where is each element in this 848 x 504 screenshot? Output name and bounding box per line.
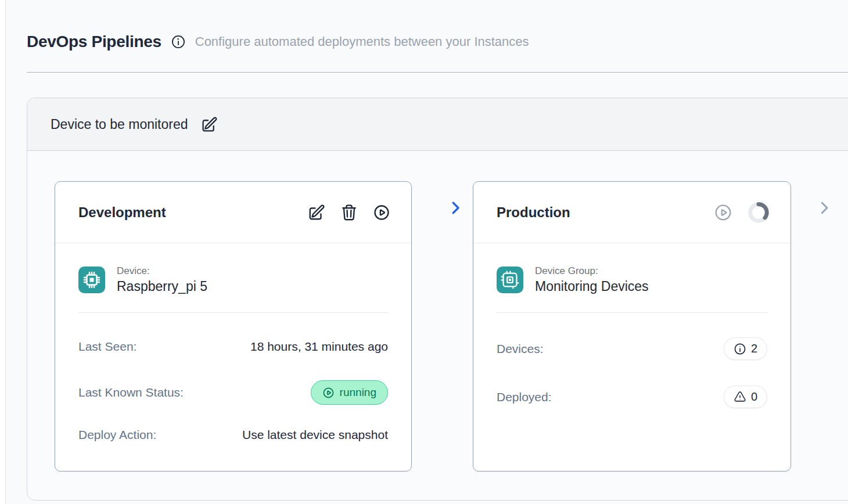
edit-square-icon[interactable] bbox=[201, 116, 218, 133]
main-content: DevOps Pipelines Configure automated dep… bbox=[5, 0, 848, 504]
status-badge-text: running bbox=[340, 386, 376, 399]
play-circle-icon[interactable] bbox=[373, 204, 390, 221]
device-row: Device: Raspberry_pi 5 bbox=[78, 267, 388, 293]
deployed-row: Deployed: 0 bbox=[497, 386, 767, 408]
panel-title: Device to be monitored bbox=[51, 117, 188, 132]
device-group-label: Device Group: bbox=[535, 265, 649, 277]
development-card-actions bbox=[308, 204, 390, 221]
deploy-action-value: Use latest device snapshot bbox=[242, 428, 388, 442]
device-label: Device: bbox=[117, 265, 207, 277]
page-title: DevOps Pipelines bbox=[27, 33, 161, 51]
chip-icon bbox=[78, 267, 105, 293]
production-card-title: Production bbox=[497, 204, 570, 221]
next-arrow-icon[interactable] bbox=[815, 199, 833, 217]
last-seen-value: 18 hours, 31 minutes ago bbox=[250, 340, 388, 354]
edit-square-icon[interactable] bbox=[308, 204, 325, 221]
deployed-count-badge[interactable]: 0 bbox=[724, 386, 767, 408]
device-group-row: Device Group: Monitoring Devices bbox=[497, 267, 767, 293]
development-card-header: Development bbox=[55, 182, 411, 243]
chip-group-icon bbox=[497, 267, 523, 293]
deployed-count: 0 bbox=[751, 390, 757, 404]
devices-count: 2 bbox=[751, 342, 757, 355]
play-circle-icon[interactable] bbox=[714, 203, 732, 222]
status-label: Last Known Status: bbox=[78, 386, 184, 399]
devices-label: Devices: bbox=[497, 342, 544, 356]
deploy-action-row: Deploy Action: Use latest device snapsho… bbox=[78, 428, 388, 442]
devices-row: Devices: 2 bbox=[497, 337, 767, 360]
trash-icon[interactable] bbox=[340, 204, 358, 221]
device-group-info: Device Group: Monitoring Devices bbox=[535, 265, 649, 294]
spinner-icon bbox=[748, 201, 770, 224]
device-group-name: Monitoring Devices bbox=[535, 279, 649, 294]
device-name: Raspberry_pi 5 bbox=[117, 279, 207, 294]
warning-triangle-icon bbox=[734, 391, 746, 404]
production-card: Production bbox=[473, 181, 791, 471]
last-seen-row: Last Seen: 18 hours, 31 minutes ago bbox=[78, 340, 388, 354]
panel-header: Device to be monitored bbox=[27, 98, 848, 151]
production-card-actions bbox=[714, 201, 770, 224]
page-header: DevOps Pipelines Configure automated dep… bbox=[27, 33, 529, 51]
devices-count-badge[interactable]: 2 bbox=[724, 337, 767, 360]
device-info: Device: Raspberry_pi 5 bbox=[117, 265, 207, 294]
status-badge: running bbox=[311, 380, 388, 405]
page-subtitle: Configure automated deployments between … bbox=[195, 34, 529, 49]
deployed-label: Deployed: bbox=[497, 390, 552, 404]
header-divider bbox=[27, 72, 848, 73]
deploy-action-label: Deploy Action: bbox=[78, 428, 156, 442]
status-row: Last Known Status: running bbox=[78, 380, 388, 405]
development-card-title: Development bbox=[78, 204, 166, 221]
info-circle-icon[interactable] bbox=[171, 34, 186, 49]
pipeline-arrow-icon bbox=[447, 199, 464, 217]
last-seen-label: Last Seen: bbox=[78, 340, 136, 354]
development-card: Development bbox=[55, 181, 412, 471]
info-circle-icon bbox=[734, 343, 746, 355]
development-card-body: Device: Raspberry_pi 5 Last Seen: 18 hou… bbox=[55, 243, 411, 442]
card-divider bbox=[78, 312, 388, 313]
card-divider bbox=[497, 312, 767, 313]
production-card-header: Production bbox=[473, 182, 790, 243]
production-card-body: Device Group: Monitoring Devices Devices… bbox=[473, 243, 790, 408]
play-circle-icon bbox=[322, 387, 335, 399]
